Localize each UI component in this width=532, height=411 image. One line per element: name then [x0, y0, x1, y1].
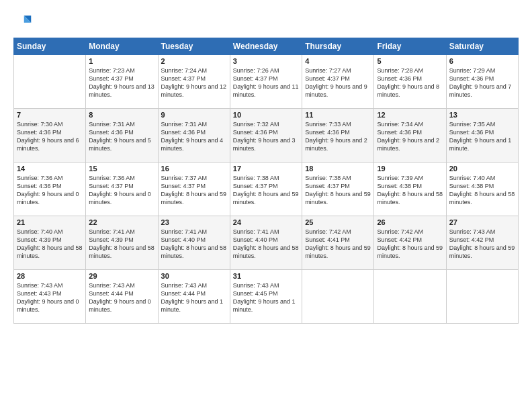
cell-info: Sunrise: 7:43 AMSunset: 4:44 PMDaylight:…	[89, 281, 154, 314]
cell-info: Sunrise: 7:34 AMSunset: 4:36 PMDaylight:…	[377, 120, 443, 153]
col-header-wednesday: Wednesday	[230, 38, 302, 55]
day-number: 24	[233, 218, 299, 226]
calendar-cell: 6Sunrise: 7:29 AMSunset: 4:36 PMDaylight…	[446, 55, 518, 109]
day-number: 6	[449, 57, 515, 65]
day-number: 5	[377, 57, 443, 65]
calendar-week-2: 14Sunrise: 7:36 AMSunset: 4:36 PMDayligh…	[14, 163, 519, 216]
header	[13, 12, 519, 31]
day-number: 12	[377, 111, 443, 119]
cell-info: Sunrise: 7:31 AMSunset: 4:36 PMDaylight:…	[89, 120, 154, 153]
cell-info: Sunrise: 7:43 AMSunset: 4:45 PMDaylight:…	[233, 281, 299, 314]
day-number: 4	[305, 57, 371, 65]
calendar-week-3: 21Sunrise: 7:40 AMSunset: 4:39 PMDayligh…	[14, 216, 519, 270]
day-number: 22	[89, 218, 154, 226]
col-header-thursday: Thursday	[302, 38, 374, 55]
calendar-cell: 14Sunrise: 7:36 AMSunset: 4:36 PMDayligh…	[14, 163, 86, 216]
day-number: 14	[17, 165, 83, 173]
day-number: 20	[449, 165, 515, 173]
day-number: 7	[17, 111, 83, 119]
day-number: 17	[233, 165, 299, 173]
cell-info: Sunrise: 7:41 AMSunset: 4:39 PMDaylight:…	[89, 228, 154, 261]
cell-info: Sunrise: 7:43 AMSunset: 4:44 PMDaylight:…	[161, 281, 227, 314]
day-number: 26	[377, 218, 443, 226]
calendar-cell: 3Sunrise: 7:26 AMSunset: 4:37 PMDaylight…	[230, 55, 302, 109]
day-number: 13	[449, 111, 515, 119]
calendar-cell: 27Sunrise: 7:43 AMSunset: 4:42 PMDayligh…	[446, 216, 518, 270]
cell-info: Sunrise: 7:24 AMSunset: 4:37 PMDaylight:…	[161, 66, 227, 99]
cell-info: Sunrise: 7:33 AMSunset: 4:36 PMDaylight:…	[305, 120, 371, 153]
cell-info: Sunrise: 7:30 AMSunset: 4:36 PMDaylight:…	[17, 120, 83, 153]
calendar-cell	[446, 270, 518, 324]
day-number: 9	[161, 111, 227, 119]
calendar-cell: 11Sunrise: 7:33 AMSunset: 4:36 PMDayligh…	[302, 109, 374, 163]
day-number: 21	[17, 218, 83, 226]
cell-info: Sunrise: 7:37 AMSunset: 4:37 PMDaylight:…	[161, 174, 227, 207]
calendar-cell: 18Sunrise: 7:38 AMSunset: 4:37 PMDayligh…	[302, 163, 374, 216]
cell-info: Sunrise: 7:35 AMSunset: 4:36 PMDaylight:…	[449, 120, 515, 153]
day-number: 1	[89, 57, 154, 65]
calendar-cell: 7Sunrise: 7:30 AMSunset: 4:36 PMDaylight…	[14, 109, 86, 163]
calendar-week-0: 1Sunrise: 7:23 AMSunset: 4:37 PMDaylight…	[14, 55, 519, 109]
cell-info: Sunrise: 7:38 AMSunset: 4:37 PMDaylight:…	[305, 174, 371, 207]
day-number: 11	[305, 111, 371, 119]
cell-info: Sunrise: 7:43 AMSunset: 4:43 PMDaylight:…	[17, 281, 83, 314]
cell-info: Sunrise: 7:40 AMSunset: 4:38 PMDaylight:…	[449, 174, 515, 207]
calendar-cell: 24Sunrise: 7:41 AMSunset: 4:40 PMDayligh…	[230, 216, 302, 270]
day-number: 28	[17, 272, 83, 280]
cell-info: Sunrise: 7:41 AMSunset: 4:40 PMDaylight:…	[161, 228, 227, 261]
cell-info: Sunrise: 7:29 AMSunset: 4:36 PMDaylight:…	[449, 66, 515, 99]
cell-info: Sunrise: 7:38 AMSunset: 4:37 PMDaylight:…	[233, 174, 299, 207]
calendar-cell: 30Sunrise: 7:43 AMSunset: 4:44 PMDayligh…	[158, 270, 230, 324]
cell-info: Sunrise: 7:36 AMSunset: 4:37 PMDaylight:…	[89, 174, 154, 207]
calendar-cell: 31Sunrise: 7:43 AMSunset: 4:45 PMDayligh…	[230, 270, 302, 324]
col-header-monday: Monday	[86, 38, 158, 55]
calendar-cell: 12Sunrise: 7:34 AMSunset: 4:36 PMDayligh…	[374, 109, 446, 163]
day-number: 8	[89, 111, 154, 119]
calendar-cell: 16Sunrise: 7:37 AMSunset: 4:37 PMDayligh…	[158, 163, 230, 216]
day-number: 29	[89, 272, 154, 280]
calendar-cell: 15Sunrise: 7:36 AMSunset: 4:37 PMDayligh…	[86, 163, 158, 216]
calendar-cell: 1Sunrise: 7:23 AMSunset: 4:37 PMDaylight…	[86, 55, 158, 109]
cell-info: Sunrise: 7:42 AMSunset: 4:42 PMDaylight:…	[377, 228, 443, 261]
cell-info: Sunrise: 7:31 AMSunset: 4:36 PMDaylight:…	[161, 120, 227, 153]
calendar-cell: 19Sunrise: 7:39 AMSunset: 4:38 PMDayligh…	[374, 163, 446, 216]
day-number: 16	[161, 165, 227, 173]
calendar-cell	[14, 55, 86, 109]
cell-info: Sunrise: 7:23 AMSunset: 4:37 PMDaylight:…	[89, 66, 154, 99]
calendar-cell: 8Sunrise: 7:31 AMSunset: 4:36 PMDaylight…	[86, 109, 158, 163]
cell-info: Sunrise: 7:43 AMSunset: 4:42 PMDaylight:…	[449, 228, 515, 261]
calendar-header-row: SundayMondayTuesdayWednesdayThursdayFrid…	[14, 38, 519, 55]
calendar-page: SundayMondayTuesdayWednesdayThursdayFrid…	[0, 0, 532, 411]
cell-info: Sunrise: 7:42 AMSunset: 4:41 PMDaylight:…	[305, 228, 371, 261]
day-number: 18	[305, 165, 371, 173]
calendar-cell: 9Sunrise: 7:31 AMSunset: 4:36 PMDaylight…	[158, 109, 230, 163]
calendar-cell: 23Sunrise: 7:41 AMSunset: 4:40 PMDayligh…	[158, 216, 230, 270]
logo-icon	[13, 12, 32, 31]
calendar-cell: 17Sunrise: 7:38 AMSunset: 4:37 PMDayligh…	[230, 163, 302, 216]
calendar-cell: 4Sunrise: 7:27 AMSunset: 4:37 PMDaylight…	[302, 55, 374, 109]
col-header-friday: Friday	[374, 38, 446, 55]
calendar-cell	[374, 270, 446, 324]
cell-info: Sunrise: 7:28 AMSunset: 4:36 PMDaylight:…	[377, 66, 443, 99]
calendar-cell: 26Sunrise: 7:42 AMSunset: 4:42 PMDayligh…	[374, 216, 446, 270]
day-number: 25	[305, 218, 371, 226]
calendar-cell: 28Sunrise: 7:43 AMSunset: 4:43 PMDayligh…	[14, 270, 86, 324]
cell-info: Sunrise: 7:41 AMSunset: 4:40 PMDaylight:…	[233, 228, 299, 261]
cell-info: Sunrise: 7:36 AMSunset: 4:36 PMDaylight:…	[17, 174, 83, 207]
logo	[13, 12, 35, 31]
cell-info: Sunrise: 7:39 AMSunset: 4:38 PMDaylight:…	[377, 174, 443, 207]
day-number: 27	[449, 218, 515, 226]
col-header-sunday: Sunday	[14, 38, 86, 55]
calendar-table: SundayMondayTuesdayWednesdayThursdayFrid…	[13, 38, 519, 324]
day-number: 2	[161, 57, 227, 65]
calendar-cell: 25Sunrise: 7:42 AMSunset: 4:41 PMDayligh…	[302, 216, 374, 270]
col-header-tuesday: Tuesday	[158, 38, 230, 55]
calendar-cell: 22Sunrise: 7:41 AMSunset: 4:39 PMDayligh…	[86, 216, 158, 270]
calendar-cell: 10Sunrise: 7:32 AMSunset: 4:36 PMDayligh…	[230, 109, 302, 163]
cell-info: Sunrise: 7:32 AMSunset: 4:36 PMDaylight:…	[233, 120, 299, 153]
calendar-week-1: 7Sunrise: 7:30 AMSunset: 4:36 PMDaylight…	[14, 109, 519, 163]
calendar-cell: 20Sunrise: 7:40 AMSunset: 4:38 PMDayligh…	[446, 163, 518, 216]
day-number: 15	[89, 165, 154, 173]
calendar-week-4: 28Sunrise: 7:43 AMSunset: 4:43 PMDayligh…	[14, 270, 519, 324]
calendar-cell	[302, 270, 374, 324]
